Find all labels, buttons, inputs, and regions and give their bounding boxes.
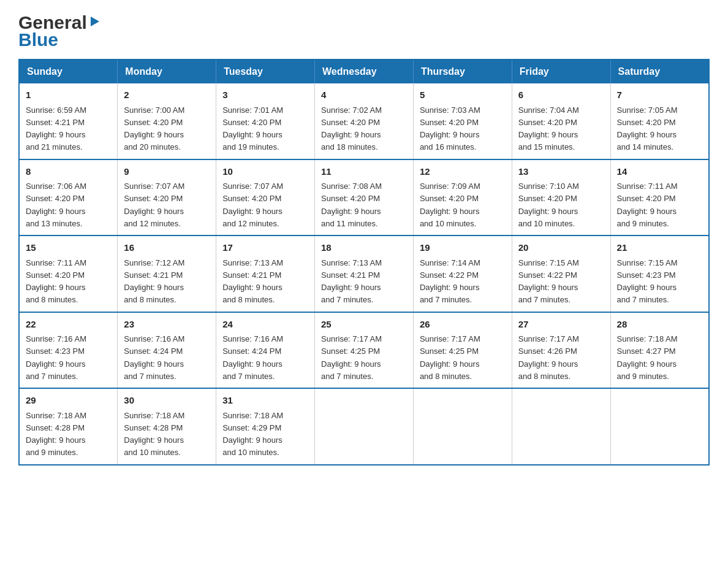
weekday-header-thursday: Thursday: [413, 59, 512, 83]
calendar-cell: 13 Sunrise: 7:10 AMSunset: 4:20 PMDaylig…: [512, 159, 610, 236]
calendar-cell: 14 Sunrise: 7:11 AMSunset: 4:20 PMDaylig…: [610, 159, 709, 236]
day-info: Sunrise: 7:15 AMSunset: 4:23 PMDaylight:…: [617, 258, 678, 305]
day-number: 28: [617, 318, 702, 332]
calendar-week-row: 8 Sunrise: 7:06 AMSunset: 4:20 PMDayligh…: [19, 159, 709, 236]
day-number: 31: [222, 394, 308, 408]
day-number: 14: [617, 165, 702, 179]
calendar-cell: 8 Sunrise: 7:06 AMSunset: 4:20 PMDayligh…: [19, 159, 118, 236]
calendar-cell: 21 Sunrise: 7:15 AMSunset: 4:23 PMDaylig…: [610, 236, 709, 312]
calendar-cell: 7 Sunrise: 7:05 AMSunset: 4:20 PMDayligh…: [610, 83, 709, 159]
day-number: 4: [321, 88, 407, 102]
day-info: Sunrise: 7:07 AMSunset: 4:20 PMDaylight:…: [222, 182, 283, 228]
calendar-week-row: 1 Sunrise: 6:59 AMSunset: 4:21 PMDayligh…: [19, 83, 709, 159]
weekday-header-wednesday: Wednesday: [315, 59, 414, 83]
day-number: 3: [222, 88, 308, 102]
day-info: Sunrise: 7:11 AMSunset: 4:20 PMDaylight:…: [26, 258, 86, 305]
day-number: 8: [26, 165, 111, 179]
calendar-cell: 12 Sunrise: 7:09 AMSunset: 4:20 PMDaylig…: [413, 159, 512, 236]
calendar-cell: [315, 388, 414, 465]
calendar-cell: 20 Sunrise: 7:15 AMSunset: 4:22 PMDaylig…: [512, 236, 610, 312]
calendar-cell: 6 Sunrise: 7:04 AMSunset: 4:20 PMDayligh…: [512, 83, 610, 159]
day-info: Sunrise: 7:09 AMSunset: 4:20 PMDaylight:…: [420, 182, 480, 228]
day-number: 16: [124, 241, 210, 255]
day-info: Sunrise: 7:02 AMSunset: 4:20 PMDaylight:…: [321, 105, 382, 152]
day-number: 12: [420, 165, 506, 179]
day-number: 11: [321, 165, 407, 179]
day-info: Sunrise: 7:18 AMSunset: 4:28 PMDaylight:…: [124, 411, 184, 458]
day-number: 30: [124, 394, 210, 408]
calendar-cell: 29 Sunrise: 7:18 AMSunset: 4:28 PMDaylig…: [19, 388, 118, 465]
day-number: 23: [124, 318, 210, 332]
day-number: 13: [518, 165, 604, 179]
day-number: 25: [321, 318, 407, 332]
day-info: Sunrise: 7:08 AMSunset: 4:20 PMDaylight:…: [321, 182, 382, 228]
calendar-cell: 9 Sunrise: 7:07 AMSunset: 4:20 PMDayligh…: [118, 159, 216, 236]
day-info: Sunrise: 7:18 AMSunset: 4:29 PMDaylight:…: [222, 411, 283, 458]
calendar-cell: 10 Sunrise: 7:07 AMSunset: 4:20 PMDaylig…: [216, 159, 315, 236]
day-info: Sunrise: 7:16 AMSunset: 4:24 PMDaylight:…: [222, 334, 283, 381]
day-info: Sunrise: 7:11 AMSunset: 4:20 PMDaylight:…: [617, 182, 678, 228]
calendar-week-row: 15 Sunrise: 7:11 AMSunset: 4:20 PMDaylig…: [19, 236, 709, 312]
day-info: Sunrise: 7:18 AMSunset: 4:27 PMDaylight:…: [617, 334, 678, 381]
day-number: 9: [124, 165, 210, 179]
calendar-cell: 23 Sunrise: 7:16 AMSunset: 4:24 PMDaylig…: [118, 312, 216, 389]
day-number: 27: [518, 318, 604, 332]
day-number: 20: [518, 241, 604, 255]
calendar-table: SundayMondayTuesdayWednesdayThursdayFrid…: [18, 59, 710, 465]
day-number: 29: [26, 394, 111, 408]
calendar-cell: 28 Sunrise: 7:18 AMSunset: 4:27 PMDaylig…: [610, 312, 709, 389]
day-info: Sunrise: 6:59 AMSunset: 4:21 PMDaylight:…: [26, 105, 86, 152]
day-info: Sunrise: 7:16 AMSunset: 4:24 PMDaylight:…: [124, 334, 184, 381]
day-info: Sunrise: 7:10 AMSunset: 4:20 PMDaylight:…: [518, 182, 579, 228]
calendar-cell: 16 Sunrise: 7:12 AMSunset: 4:21 PMDaylig…: [118, 236, 216, 312]
day-info: Sunrise: 7:06 AMSunset: 4:20 PMDaylight:…: [26, 182, 86, 228]
day-info: Sunrise: 7:15 AMSunset: 4:22 PMDaylight:…: [518, 258, 579, 305]
day-info: Sunrise: 7:17 AMSunset: 4:25 PMDaylight:…: [321, 334, 382, 381]
day-number: 21: [617, 241, 702, 255]
day-info: Sunrise: 7:00 AMSunset: 4:20 PMDaylight:…: [124, 105, 184, 152]
day-number: 6: [518, 88, 604, 102]
day-number: 2: [124, 88, 210, 102]
calendar-cell: 18 Sunrise: 7:13 AMSunset: 4:21 PMDaylig…: [315, 236, 414, 312]
calendar-cell: 4 Sunrise: 7:02 AMSunset: 4:20 PMDayligh…: [315, 83, 414, 159]
logo-triangle-icon: [88, 14, 102, 28]
day-number: 1: [26, 88, 111, 102]
day-info: Sunrise: 7:17 AMSunset: 4:25 PMDaylight:…: [420, 334, 480, 381]
day-info: Sunrise: 7:04 AMSunset: 4:20 PMDaylight:…: [518, 105, 579, 152]
calendar-cell: 5 Sunrise: 7:03 AMSunset: 4:20 PMDayligh…: [413, 83, 512, 159]
calendar-cell: [610, 388, 709, 465]
calendar-week-row: 29 Sunrise: 7:18 AMSunset: 4:28 PMDaylig…: [19, 388, 709, 465]
day-number: 24: [222, 318, 308, 332]
calendar-cell: 25 Sunrise: 7:17 AMSunset: 4:25 PMDaylig…: [315, 312, 414, 389]
weekday-header-sunday: Sunday: [19, 59, 118, 83]
day-number: 5: [420, 88, 506, 102]
day-info: Sunrise: 7:07 AMSunset: 4:20 PMDaylight:…: [124, 182, 184, 228]
svg-marker-0: [91, 17, 99, 26]
day-number: 22: [26, 318, 111, 332]
calendar-cell: 17 Sunrise: 7:13 AMSunset: 4:21 PMDaylig…: [216, 236, 315, 312]
calendar-week-row: 22 Sunrise: 7:16 AMSunset: 4:23 PMDaylig…: [19, 312, 709, 389]
weekday-header-row: SundayMondayTuesdayWednesdayThursdayFrid…: [19, 59, 709, 83]
calendar-cell: 26 Sunrise: 7:17 AMSunset: 4:25 PMDaylig…: [413, 312, 512, 389]
day-number: 10: [222, 165, 308, 179]
weekday-header-friday: Friday: [512, 59, 610, 83]
day-number: 26: [420, 318, 506, 332]
calendar-cell: 2 Sunrise: 7:00 AMSunset: 4:20 PMDayligh…: [118, 83, 216, 159]
logo-blue-text: Blue: [18, 31, 58, 49]
day-info: Sunrise: 7:05 AMSunset: 4:20 PMDaylight:…: [617, 105, 678, 152]
day-number: 15: [26, 241, 111, 255]
day-number: 19: [420, 241, 506, 255]
weekday-header-tuesday: Tuesday: [216, 59, 315, 83]
page-header: General Blue: [18, 12, 710, 49]
day-info: Sunrise: 7:13 AMSunset: 4:21 PMDaylight:…: [321, 258, 382, 305]
calendar-cell: 1 Sunrise: 6:59 AMSunset: 4:21 PMDayligh…: [19, 83, 118, 159]
calendar-cell: 19 Sunrise: 7:14 AMSunset: 4:22 PMDaylig…: [413, 236, 512, 312]
calendar-cell: 31 Sunrise: 7:18 AMSunset: 4:29 PMDaylig…: [216, 388, 315, 465]
weekday-header-monday: Monday: [118, 59, 216, 83]
calendar-cell: 3 Sunrise: 7:01 AMSunset: 4:20 PMDayligh…: [216, 83, 315, 159]
day-info: Sunrise: 7:12 AMSunset: 4:21 PMDaylight:…: [124, 258, 184, 305]
calendar-cell: [512, 388, 610, 465]
calendar-cell: 24 Sunrise: 7:16 AMSunset: 4:24 PMDaylig…: [216, 312, 315, 389]
day-info: Sunrise: 7:18 AMSunset: 4:28 PMDaylight:…: [26, 411, 86, 458]
day-info: Sunrise: 7:03 AMSunset: 4:20 PMDaylight:…: [420, 105, 480, 152]
